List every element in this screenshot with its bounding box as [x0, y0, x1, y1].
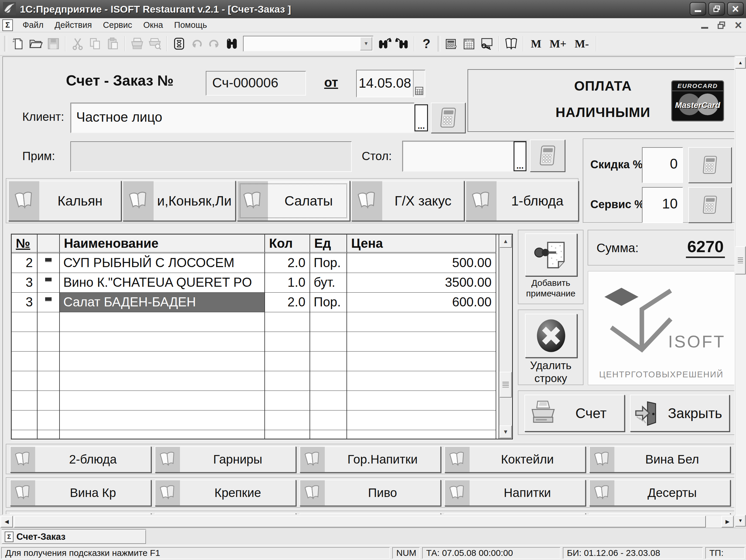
category-button-second-courses[interactable]: 2-блюда [10, 446, 151, 473]
table-calculator-button[interactable] [530, 140, 565, 172]
row-qty[interactable]: 2.0 [265, 292, 310, 312]
empty-cell[interactable] [310, 430, 347, 440]
client-choose-button[interactable]: ... [414, 104, 428, 131]
empty-cell[interactable] [265, 411, 310, 430]
empty-cell[interactable] [60, 312, 265, 332]
empty-cell[interactable] [12, 411, 37, 430]
category-button-first-courses[interactable]: 1-блюда [465, 180, 579, 221]
column-header-num[interactable]: № [12, 234, 37, 253]
empty-cell[interactable] [347, 430, 496, 440]
row-unit[interactable]: бут. [310, 273, 347, 292]
row-qty[interactable]: 2.0 [265, 253, 310, 273]
column-header-unit[interactable]: Ед [310, 234, 347, 253]
menu-service[interactable]: Сервис [97, 19, 138, 32]
horizontal-scrollbar[interactable]: ◀ ▶ [0, 515, 735, 528]
mdi-restore-button[interactable] [717, 21, 726, 30]
empty-cell[interactable] [310, 312, 347, 332]
new-button[interactable] [9, 35, 27, 53]
discount-calculator-button[interactable] [688, 147, 731, 183]
empty-cell[interactable] [12, 391, 37, 411]
calculator-button[interactable] [443, 35, 460, 53]
vertical-scrollbar[interactable]: ▲ ▼ [735, 56, 746, 528]
category-button-cognac[interactable]: и,Коньяк,Ли [122, 180, 236, 221]
empty-cell[interactable] [265, 430, 310, 440]
row-price[interactable]: 600.00 [347, 292, 496, 312]
table-vertical-scrollbar[interactable]: ▲ ▼ [498, 234, 512, 439]
empty-cell[interactable] [265, 312, 310, 332]
empty-cell[interactable] [310, 391, 347, 411]
mdi-minimize-button[interactable] [701, 27, 708, 29]
row-price[interactable]: 3500.00 [347, 273, 496, 292]
row-price[interactable]: 500.00 [347, 253, 496, 273]
scroll-down-button[interactable]: ▼ [499, 425, 512, 438]
combobox-dropdown-button[interactable]: ▼ [360, 37, 372, 50]
category-button-hot-drinks[interactable]: Гор.Напитки [299, 446, 441, 473]
empty-cell[interactable] [37, 332, 60, 352]
menu-windows[interactable]: Окна [138, 19, 169, 32]
empty-cell[interactable] [12, 312, 37, 332]
row-qty[interactable]: 1.0 [265, 273, 310, 292]
close-form-button[interactable]: Закрыть [630, 395, 729, 431]
copy-button[interactable] [86, 35, 104, 53]
empty-cell[interactable] [37, 391, 60, 411]
row-num[interactable]: 3 [12, 273, 37, 292]
empty-cell[interactable] [310, 411, 347, 430]
category-button-garnishes[interactable]: Гарниры [155, 446, 296, 473]
find-previous-button[interactable] [393, 35, 411, 53]
search-combobox[interactable]: ▼ [243, 36, 373, 52]
row-flag[interactable] [37, 253, 60, 273]
empty-cell[interactable] [12, 332, 37, 352]
empty-c[interactable] [265, 371, 310, 391]
empty-cell[interactable] [12, 352, 37, 371]
empty-cell[interactable] [37, 430, 60, 440]
row-name[interactable]: Вино К."CHATEUA QUERET PO [60, 273, 265, 292]
category-button-desserts[interactable]: Десерты [589, 480, 730, 506]
row-flag[interactable] [37, 292, 60, 312]
order-number-field[interactable]: Сч-000006 [206, 71, 306, 95]
category-button-red-wines[interactable]: Вина Кр [10, 480, 151, 506]
empty-cell[interactable] [347, 332, 496, 352]
empty-cell[interactable] [60, 430, 265, 440]
empty-cell[interactable] [347, 312, 496, 332]
tab-invoice-order[interactable]: Σ Счет-Заказ [2, 530, 146, 544]
empty-cell[interactable] [310, 352, 347, 371]
memory-minus-button[interactable]: М- [570, 35, 593, 53]
empty-cell[interactable] [60, 332, 265, 352]
description-book-button[interactable] [503, 35, 520, 53]
restore-button[interactable] [709, 2, 725, 16]
category-button-cold-appetizers[interactable]: Г/Х закус [351, 180, 464, 221]
calendar-button[interactable]: 3.12 [460, 35, 478, 53]
empty-cell[interactable] [60, 352, 265, 371]
empty-cell[interactable] [60, 411, 265, 430]
monitor-key-button[interactable] [478, 35, 496, 53]
date-field[interactable]: 14.05.08 [356, 70, 425, 97]
note-field[interactable] [70, 141, 352, 172]
hscrollbar-thumb[interactable] [14, 516, 706, 528]
menu-file[interactable]: Файл [17, 19, 49, 32]
toolbar-grip[interactable] [4, 36, 7, 52]
print-button[interactable] [128, 35, 146, 53]
mdi-close-button[interactable]: × [735, 19, 742, 31]
column-header-name[interactable]: Наименование [60, 234, 265, 253]
close-button[interactable]: × [727, 2, 744, 16]
column-header-qty[interactable]: Кол [265, 234, 310, 253]
toolbar-grip[interactable] [438, 36, 440, 52]
client-field[interactable]: Частное лицо [70, 103, 414, 133]
service-field[interactable]: 10 [642, 187, 683, 223]
empty-cell[interactable] [347, 371, 496, 391]
empty-cell[interactable] [37, 352, 60, 371]
row-num[interactable]: 2 [12, 253, 37, 273]
category-button-drinks[interactable]: Напитки [444, 480, 586, 506]
table-choose-button[interactable]: ... [514, 141, 526, 171]
menu-actions[interactable]: Действия [49, 19, 97, 32]
print-preview-button[interactable] [146, 35, 164, 53]
category-button-beer[interactable]: Пиво [299, 480, 441, 506]
empty-cell[interactable] [37, 312, 60, 332]
empty-cell[interactable] [265, 391, 310, 411]
empty-cell[interactable] [37, 411, 60, 430]
column-header-price[interactable]: Цена [347, 234, 496, 253]
category-button-white-wines[interactable]: Вина Бел [589, 446, 730, 473]
row-unit[interactable]: Пор. [310, 253, 347, 273]
client-calculator-button[interactable] [431, 103, 465, 133]
find-button[interactable] [223, 35, 241, 53]
